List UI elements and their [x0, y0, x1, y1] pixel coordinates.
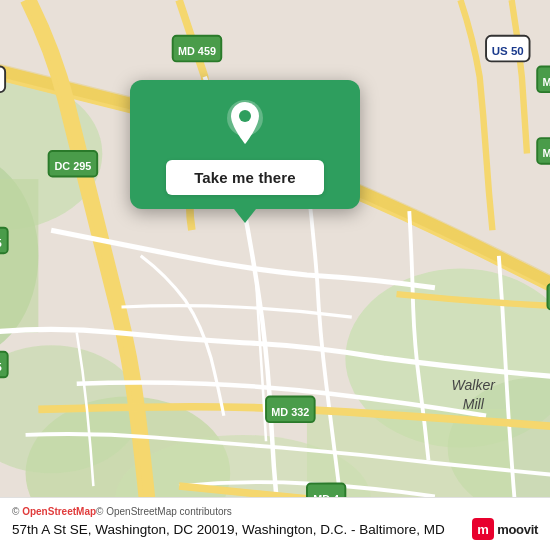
svg-point-36: [239, 110, 251, 122]
address-text: 57th A St SE, Washington, DC 20019, Wash…: [12, 521, 445, 540]
svg-text:Mill: Mill: [463, 396, 485, 412]
moovit-text-label: moovit: [497, 522, 538, 537]
moovit-logo: m moovit: [472, 518, 538, 540]
svg-text:m: m: [477, 522, 489, 537]
moovit-icon: m: [472, 518, 494, 540]
map-container: US 50 US 50 MD 459 DC 295 DC 295 DC 295 …: [0, 0, 550, 550]
svg-text:MD 704: MD 704: [542, 76, 550, 88]
svg-text:MD 704: MD 704: [542, 147, 550, 159]
location-pin-icon: [219, 98, 271, 150]
svg-rect-3: [0, 179, 38, 332]
svg-text:DC 295: DC 295: [54, 160, 91, 172]
take-me-there-button[interactable]: Take me there: [166, 160, 324, 195]
contributors-text: © OpenStreetMap contributors: [96, 506, 232, 517]
svg-text:US 50: US 50: [492, 45, 524, 57]
svg-text:DC 295: DC 295: [0, 361, 2, 373]
bottom-info-bar: © OpenStreetMap© OpenStreetMap contribut…: [0, 497, 550, 550]
svg-text:MD 459: MD 459: [178, 45, 216, 57]
osm-logo: OpenStreetMap: [22, 506, 96, 517]
svg-text:Walker: Walker: [452, 377, 497, 393]
osm-attribution: © OpenStreetMap© OpenStreetMap contribut…: [12, 506, 538, 517]
svg-rect-10: [0, 67, 5, 93]
navigation-card: Take me there: [130, 80, 360, 209]
svg-text:MD 332: MD 332: [271, 406, 309, 418]
copyright-symbol: ©: [12, 506, 22, 517]
svg-text:DC 295: DC 295: [0, 237, 2, 249]
